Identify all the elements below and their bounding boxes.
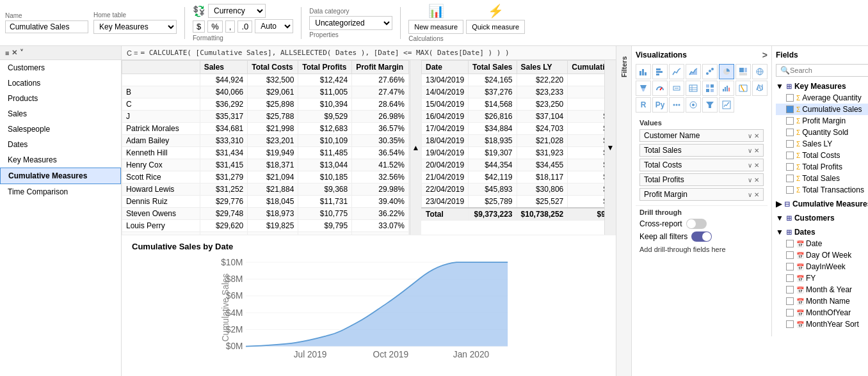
menu-item-locations[interactable]: Locations xyxy=(0,75,121,91)
fields-search-box[interactable]: 🔍 xyxy=(776,64,868,77)
field-cumulative-sales[interactable]: Σ Cumulative Sales xyxy=(776,104,868,115)
menu-item-time-comparison[interactable]: Time Comparison xyxy=(0,184,121,200)
auto-select[interactable]: Auto xyxy=(255,19,293,33)
label-profit-margin: Profit Margin xyxy=(802,116,846,125)
field-dayinweek[interactable]: 📅 DayInWeek xyxy=(776,261,868,272)
field-sales-ly[interactable]: Σ Sales LY xyxy=(776,138,868,150)
field-close-btn4[interactable]: ✕ xyxy=(754,176,759,184)
field-profit-margin[interactable]: Σ Profit Margin xyxy=(776,115,868,127)
field-fy[interactable]: 📅 FY xyxy=(776,272,868,284)
field-total-transactions[interactable]: Σ Total Transactions xyxy=(776,184,868,196)
viz-icon-scatter[interactable] xyxy=(702,64,718,79)
field-close-btn2[interactable]: ✕ xyxy=(754,147,759,154)
home-table-select[interactable]: Key Measures xyxy=(93,20,177,34)
scroll-down-btn[interactable]: ▼ xyxy=(604,60,616,235)
currency-select[interactable]: Currency xyxy=(208,4,266,18)
dates-header[interactable]: ▼ ⊞ Dates xyxy=(776,226,868,238)
field-quantity-sold[interactable]: Σ Quantity Sold xyxy=(776,127,868,138)
field-average-quantity[interactable]: Σ Average Quantity xyxy=(776,92,868,104)
new-measure-btn[interactable]: New measure xyxy=(408,20,463,34)
field-close-btn5[interactable]: ✕ xyxy=(754,191,759,198)
field-expand-btn4[interactable]: ∨ xyxy=(748,176,752,184)
decimal-btn[interactable]: .0 xyxy=(237,20,252,33)
field-total-sales[interactable]: Σ Total Sales xyxy=(776,173,868,184)
svg-marker-60 xyxy=(706,102,714,108)
scroll-up-btn[interactable]: ▲ xyxy=(410,60,421,235)
right-table-container[interactable]: Date Total Sales Sales LY Cumulative Sal… xyxy=(421,60,604,235)
expand-btn[interactable]: ˅ xyxy=(20,49,24,57)
viz-icon-treemap[interactable] xyxy=(735,64,751,79)
menu-item-products[interactable]: Products xyxy=(0,91,121,106)
field-expand-btn2[interactable]: ∨ xyxy=(748,147,752,154)
viz-icon-ribbon[interactable] xyxy=(735,81,751,96)
menu-item-cumulative-measures[interactable]: Cumulative Measures xyxy=(0,168,121,184)
left-panel-header: ≡ ✕ ˅ xyxy=(0,46,121,60)
viz-icon-analytics[interactable] xyxy=(719,97,734,113)
field-close-btn[interactable]: ✕ xyxy=(754,132,759,139)
col-header-total-profits: Total Profits xyxy=(298,61,352,74)
field-close-btn3[interactable]: ✕ xyxy=(754,162,759,169)
table-cell: $18,935 xyxy=(469,135,517,147)
right-total-label: Total xyxy=(422,208,469,221)
viz-icon-matrix[interactable] xyxy=(702,81,718,96)
right-table-total: Total $9,373,223 $10,738,252 $9,373,223 xyxy=(422,208,605,221)
properties-label: Properties xyxy=(309,31,392,38)
table-cell: 14/04/2019 xyxy=(422,86,469,98)
menu-item-dates[interactable]: Dates xyxy=(0,137,121,152)
viz-icon-gauge[interactable] xyxy=(652,81,668,96)
table-cell: Howard Lewis xyxy=(122,184,200,196)
viz-icon-card[interactable] xyxy=(669,81,684,96)
viz-icons-grid: AI R Py xyxy=(636,64,768,113)
table-row: 20/04/2019$44,354$34,455$220,305 xyxy=(422,159,605,171)
viz-icon-bar2[interactable] xyxy=(652,64,668,79)
field-expand-btn3[interactable]: ∨ xyxy=(748,162,752,169)
viz-icon-bar[interactable] xyxy=(636,64,651,79)
field-date[interactable]: 📅 Date xyxy=(776,238,868,249)
customers-header[interactable]: ▼ ⊞ Customers xyxy=(776,212,868,224)
viz-icon-filter2[interactable] xyxy=(702,97,718,113)
menu-item-salespeople[interactable]: Salespeople xyxy=(0,121,121,137)
field-expand-btn[interactable]: ∨ xyxy=(748,132,752,139)
viz-icon-ai[interactable]: AI xyxy=(752,81,768,96)
field-total-costs[interactable]: Σ Total Costs xyxy=(776,150,868,161)
viz-expand[interactable]: > xyxy=(762,50,768,60)
viz-icon-py[interactable]: Py xyxy=(652,97,668,113)
label-cumulative-sales: Cumulative Sales xyxy=(802,105,862,114)
viz-icon-funnel[interactable] xyxy=(636,81,651,96)
field-month-year[interactable]: 📅 Month & Year xyxy=(776,284,868,295)
percent-btn[interactable]: % xyxy=(207,20,223,33)
keep-filters-knob xyxy=(702,232,711,241)
viz-icon-line[interactable] xyxy=(669,64,684,79)
viz-icon-area[interactable] xyxy=(686,64,701,79)
field-total-profits[interactable]: Σ Total Profits xyxy=(776,161,868,173)
viz-icon-waterfall[interactable] xyxy=(719,81,734,96)
viz-icon-r[interactable]: R xyxy=(636,97,651,113)
table-cell: C xyxy=(122,98,200,111)
dollar-btn[interactable]: $ xyxy=(193,20,205,33)
viz-icon-more[interactable] xyxy=(669,97,684,113)
close-btn[interactable]: ✕ xyxy=(12,49,17,57)
field-monthyear-sort[interactable]: 📅 MonthYear Sort xyxy=(776,318,868,330)
viz-icon-map[interactable] xyxy=(752,64,768,79)
quick-measure-btn[interactable]: Quick measure xyxy=(466,20,525,34)
left-table-container[interactable]: Sales Total Costs Total Profits Profit M… xyxy=(122,60,410,235)
field-expand-btn5[interactable]: ∨ xyxy=(748,191,752,198)
name-input[interactable] xyxy=(5,20,88,33)
search-input[interactable] xyxy=(790,67,868,74)
menu-item-sales[interactable]: Sales xyxy=(0,106,121,121)
comma-btn[interactable]: , xyxy=(225,20,236,33)
field-day-of-week[interactable]: 📅 Day Of Week xyxy=(776,249,868,261)
field-month-name[interactable]: 📅 Month Name xyxy=(776,295,868,307)
key-measures-header[interactable]: ▼ ⊞ Key Measures xyxy=(776,81,868,92)
menu-item-key-measures[interactable]: Key Measures xyxy=(0,152,121,168)
cross-report-switch[interactable] xyxy=(686,219,707,229)
cumulative-header[interactable]: ▶ ⊟ Cumulative Measures xyxy=(776,198,868,210)
keep-filters-switch[interactable] xyxy=(691,231,712,242)
field-monthofyear[interactable]: 📅 MonthOfYear xyxy=(776,307,868,318)
viz-icon-pie[interactable] xyxy=(719,64,734,79)
viz-icon-table2[interactable] xyxy=(686,81,701,96)
data-category-select[interactable]: Uncategorized xyxy=(309,16,392,30)
menu-item-customers[interactable]: Customers xyxy=(0,60,121,75)
table-cell: $29,061 xyxy=(248,86,298,98)
viz-icon-format[interactable] xyxy=(686,97,701,113)
